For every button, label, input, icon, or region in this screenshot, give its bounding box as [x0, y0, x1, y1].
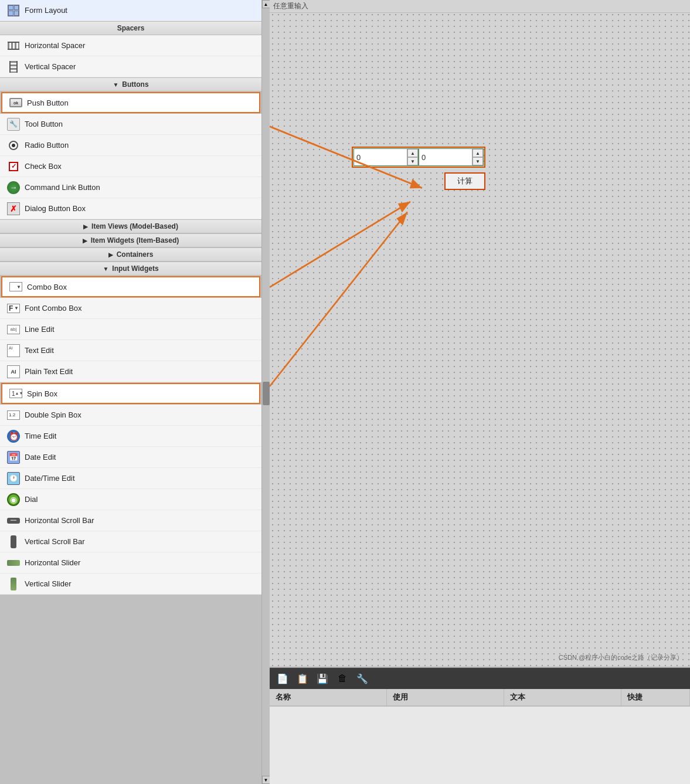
section-spacers[interactable]: Spacers [0, 21, 261, 35]
spinbox-1-input[interactable] [354, 152, 407, 163]
scroll-down-button[interactable]: ▼ [262, 776, 270, 784]
widget-label-date-edit: Date Edit [25, 453, 56, 461]
left-panel: Form Layout Spacers Horizontal Spacer Ve… [0, 0, 261, 784]
table-header: 名称 使用 文本 快捷 [270, 689, 690, 707]
widget-item-tool-button[interactable]: Tool Button [0, 114, 261, 135]
item-views-arrow: ▶ [83, 223, 88, 230]
spinbox-2-arrows[interactable]: ▲ ▼ [472, 149, 483, 165]
widget-item-vertical-slider[interactable]: Vertical Slider [0, 573, 261, 595]
widget-item-command-link-button[interactable]: Command Link Button [0, 177, 261, 198]
toolbar-new-icon[interactable] [274, 670, 291, 687]
widget-item-combo-box[interactable]: Combo Box [1, 276, 260, 297]
widget-item-plain-text-edit[interactable]: Plain Text Edit [0, 361, 261, 382]
widget-item-double-spin-box[interactable]: Double Spin Box [0, 405, 261, 426]
left-panel-scrollbar[interactable]: ▲ ▼ [261, 0, 270, 784]
widget-item-text-edit[interactable]: AI Text Edit [0, 340, 261, 361]
spinbox-1-up-arrow[interactable]: ▲ [407, 149, 418, 157]
spinbox-2-down-arrow[interactable]: ▼ [473, 157, 483, 165]
toolbar-open-icon[interactable] [294, 670, 311, 687]
calc-button-container: 计算 [352, 172, 485, 190]
push-button-icon [9, 96, 22, 109]
calc-button[interactable]: 计算 [444, 172, 485, 190]
form-title-bar: 任意重输入 [270, 0, 690, 13]
text-edit-icon: AI [7, 344, 20, 357]
widget-item-dialog-button-box[interactable]: Dialog Button Box [0, 198, 261, 219]
combo-box-icon [9, 280, 22, 293]
widget-item-time-edit[interactable]: Time Edit [0, 426, 261, 447]
canvas-widgets: ▲ ▼ ▲ ▼ 计算 [352, 147, 485, 190]
plain-text-edit-icon [7, 365, 20, 378]
widget-item-datetime-edit[interactable]: Date/Time Edit [0, 468, 261, 489]
toolbar-save-icon[interactable] [314, 670, 331, 687]
section-containers[interactable]: ▶ Containers [0, 247, 261, 262]
widget-label-command-link-button: Command Link Button [25, 183, 100, 192]
section-item-views[interactable]: ▶ Item Views (Model-Based) [0, 219, 261, 233]
spinbox-2[interactable]: ▲ ▼ [419, 148, 484, 166]
tool-button-icon [7, 118, 20, 131]
widget-item-push-button[interactable]: Push Button [1, 92, 260, 113]
section-input-widgets[interactable]: ▼ Input Widgets [0, 262, 261, 276]
widget-label-horizontal-scroll-bar: Horizontal Scroll Bar [25, 516, 94, 525]
widget-item-spin-box[interactable]: Spin Box [1, 383, 260, 404]
table-col-text: 文本 [504, 689, 621, 705]
widget-label-spin-box: Spin Box [27, 389, 57, 398]
watermark: CSDN @程序小白的code之路（记录分享） [559, 653, 683, 662]
svg-line-2 [270, 202, 410, 287]
widget-item-horizontal-scroll-bar[interactable]: Horizontal Scroll Bar [0, 510, 261, 531]
form-title-text: 任意重输入 [273, 2, 308, 10]
time-edit-icon [7, 430, 20, 443]
toolbar-settings-icon[interactable] [354, 670, 371, 687]
command-link-button-icon [7, 181, 20, 194]
widget-label-text-edit: Text Edit [25, 346, 54, 355]
widget-item-form-layout[interactable]: Form Layout [0, 0, 261, 21]
widget-label-tool-button: Tool Button [25, 120, 63, 128]
widget-label-radio-button: Radio Button [25, 141, 69, 150]
widget-item-dial[interactable]: Dial [0, 489, 261, 510]
scroll-up-button[interactable]: ▲ [262, 0, 270, 8]
vertical-scroll-bar-icon [7, 535, 20, 548]
spinbox-row: ▲ ▼ ▲ ▼ [352, 147, 485, 168]
section-item-widgets[interactable]: ▶ Item Widgets (Item-Based) [0, 233, 261, 247]
spinbox-2-up-arrow[interactable]: ▲ [473, 149, 483, 157]
widget-item-vertical-spacer[interactable]: Vertical Spacer [0, 56, 261, 77]
widget-label-horizontal-slider: Horizontal Slider [25, 558, 80, 567]
widget-label-vertical-spacer: Vertical Spacer [25, 62, 76, 71]
horizontal-spacer-icon [7, 39, 20, 52]
widget-label-push-button: Push Button [27, 99, 69, 107]
arrows-overlay [270, 0, 690, 534]
section-buttons[interactable]: ▼ Buttons [0, 77, 261, 91]
vertical-spacer-icon [7, 60, 20, 73]
widget-item-date-edit[interactable]: Date Edit [0, 447, 261, 468]
toolbar-delete-icon[interactable] [334, 670, 351, 687]
svg-line-3 [270, 212, 407, 386]
font-combo-box-icon [7, 302, 20, 315]
widget-item-radio-button[interactable]: Radio Button [0, 135, 261, 156]
spin-box-icon [9, 387, 22, 400]
widget-item-line-edit[interactable]: Line Edit [0, 319, 261, 340]
widget-label-dial: Dial [25, 495, 38, 504]
widget-label-plain-text-edit: Plain Text Edit [25, 367, 73, 376]
spinbox-2-input[interactable] [419, 152, 472, 163]
widget-item-check-box[interactable]: Check Box [0, 156, 261, 177]
bottom-toolbar [270, 668, 690, 689]
scroll-thumb[interactable] [263, 382, 270, 405]
widget-item-horizontal-slider[interactable]: Horizontal Slider [0, 552, 261, 573]
widget-item-vertical-scroll-bar[interactable]: Vertical Scroll Bar [0, 531, 261, 552]
widget-item-horizontal-spacer[interactable]: Horizontal Spacer [0, 35, 261, 56]
spinbox-1-down-arrow[interactable]: ▼ [407, 157, 418, 165]
table-col-name: 名称 [270, 689, 387, 705]
form-layout-icon [7, 4, 20, 17]
input-widgets-arrow: ▼ [103, 266, 108, 272]
spinbox-1[interactable]: ▲ ▼ [354, 148, 419, 166]
canvas-area: 任意重输入 ▲ ▼ ▲ ▼ [270, 0, 690, 667]
widget-label-check-box: Check Box [25, 162, 62, 171]
horizontal-scroll-bar-icon [7, 514, 20, 527]
table-col-use: 使用 [387, 689, 504, 705]
spinbox-1-arrows[interactable]: ▲ ▼ [407, 149, 418, 165]
widget-label-vertical-scroll-bar: Vertical Scroll Bar [25, 537, 85, 546]
dial-icon [7, 493, 20, 506]
widget-item-font-combo-box[interactable]: Font Combo Box [0, 298, 261, 319]
widget-label-vertical-slider: Vertical Slider [25, 579, 71, 588]
widget-label-form-layout: Form Layout [25, 6, 67, 15]
widget-label-time-edit: Time Edit [25, 432, 56, 440]
